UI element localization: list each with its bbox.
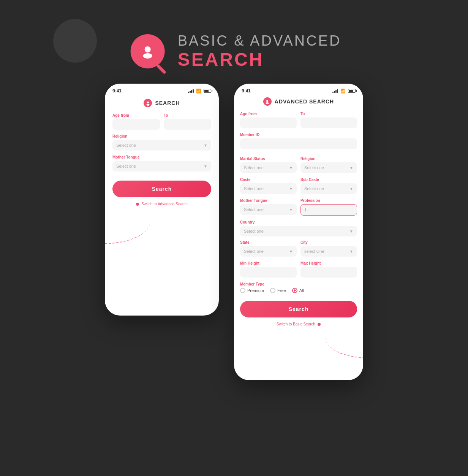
age-to-group: To <box>164 113 211 130</box>
profession-group: Profession <box>300 198 357 216</box>
member-id-input[interactable] <box>240 138 357 149</box>
signal-bars <box>188 89 194 93</box>
radio-premium[interactable]: Premium <box>240 288 264 293</box>
rbar3 <box>335 90 337 93</box>
radio-premium-label: Premium <box>247 288 264 293</box>
phones-container: 9:41 📶 <box>105 84 363 380</box>
adv-religion-group: Religion Select one ▼ <box>300 157 357 173</box>
max-height-group: Max Height <box>300 261 357 278</box>
sub-caste-label: Sub Caste <box>300 178 357 182</box>
bar3 <box>191 90 192 93</box>
wifi-icon-r: 📶 <box>340 89 346 94</box>
battery-fill <box>204 90 209 92</box>
radio-circle-premium <box>240 288 245 293</box>
profession-input[interactable] <box>300 204 357 216</box>
svg-point-1 <box>143 53 152 59</box>
search-handle-icon <box>156 64 166 75</box>
radio-all[interactable]: All <box>292 288 304 293</box>
state-chevron: ▼ <box>289 249 293 254</box>
state-value: Select one <box>244 249 264 254</box>
adv-mt-chevron: ▼ <box>289 208 293 212</box>
religion-select-value: Select one <box>116 143 136 148</box>
marital-status-group: Marital Status Select one ▼ <box>240 157 297 173</box>
canvas: BASIC & ADVANCED SEARCH 9:41 📶 <box>0 0 468 476</box>
status-icons-left: 📶 <box>188 89 211 94</box>
header-title-bottom: SEARCH <box>178 49 342 70</box>
advanced-search-button[interactable]: Search <box>240 301 357 317</box>
radio-free[interactable]: Free <box>270 288 286 293</box>
country-group: Country Select one ▼ <box>240 220 357 236</box>
mother-tongue-label: Mother Tongue <box>112 155 211 159</box>
age-to-input[interactable] <box>164 119 211 130</box>
min-height-input[interactable] <box>240 267 297 278</box>
time-right: 9:41 <box>242 88 251 94</box>
adv-religion-select[interactable]: Select one ▼ <box>300 162 357 173</box>
sub-caste-select[interactable]: Select one ▼ <box>300 183 357 194</box>
advanced-search-content: ADVANCED SEARCH Age from To Member ID <box>234 96 363 331</box>
bar2 <box>190 91 191 93</box>
header-title-top: BASIC & ADVANCED <box>178 33 342 49</box>
adv-mother-tongue-value: Select one <box>244 207 264 212</box>
country-label: Country <box>240 220 357 224</box>
svg-point-4 <box>266 100 268 102</box>
basic-search-content: SEARCH Age from To Religion <box>105 96 219 212</box>
marital-status-select[interactable]: Select one ▼ <box>240 162 297 173</box>
religion-select[interactable]: Select one ▼ <box>112 140 211 151</box>
battery-icon <box>204 89 211 93</box>
country-select[interactable]: Select one ▼ <box>240 226 357 236</box>
svg-point-0 <box>145 46 151 52</box>
radio-circle-all <box>292 288 297 293</box>
header-area: BASIC & ADVANCED SEARCH <box>127 30 342 72</box>
adv-mother-tongue-select[interactable]: Select one ▼ <box>240 204 297 215</box>
signal-bars-r <box>332 89 338 93</box>
bar4 <box>193 89 194 93</box>
mother-tongue-chevron: ▼ <box>204 164 207 168</box>
city-value: select One <box>304 249 324 254</box>
adv-age-to-input[interactable] <box>300 117 357 128</box>
adv-age-from-input[interactable] <box>240 117 297 128</box>
advanced-search-title: ADVANCED SEARCH <box>240 97 357 106</box>
basic-search-phone: 9:41 📶 <box>105 84 219 316</box>
advanced-search-phone: 9:41 📶 <box>234 84 363 380</box>
sub-caste-group: Sub Caste Select one ▼ <box>300 178 357 194</box>
adv-religion-chevron: ▼ <box>349 166 353 170</box>
battery-icon-r <box>348 89 356 93</box>
mother-tongue-select-value: Select one <box>116 164 136 168</box>
age-from-label: Age from <box>112 113 160 117</box>
user-icon-right <box>263 97 272 106</box>
country-value: Select one <box>244 229 264 233</box>
religion-group: Religion Select one ▼ <box>112 134 211 151</box>
mother-tongue-select[interactable]: Select one ▼ <box>112 161 211 171</box>
max-height-input[interactable] <box>300 267 357 278</box>
city-group: City select One ▼ <box>300 240 357 257</box>
caste-label: Caste <box>240 178 297 182</box>
adv-religion-label: Religion <box>300 157 357 161</box>
caste-group: Caste Select one ▼ <box>240 178 297 194</box>
basic-search-button[interactable]: Search <box>112 181 211 197</box>
min-height-label: Min Height <box>240 261 297 265</box>
age-from-input[interactable] <box>112 119 160 130</box>
marital-religion-row: Marital Status Select one ▼ Religion Sel… <box>240 157 357 173</box>
caste-chevron: ▼ <box>289 187 293 191</box>
battery-fill-r <box>349 90 353 92</box>
state-group: State Select one ▼ <box>240 240 297 257</box>
state-city-row: State Select one ▼ City select One ▼ <box>240 240 357 257</box>
adv-age-row: Age from To <box>240 112 357 128</box>
radio-free-label: Free <box>277 288 286 293</box>
caste-select[interactable]: Select one ▼ <box>240 183 297 194</box>
mother-tongue-group: Mother Tongue Select one ▼ <box>112 155 211 171</box>
religion-label: Religion <box>112 134 211 138</box>
caste-row: Caste Select one ▼ Sub Caste Select one … <box>240 178 357 194</box>
decorative-circle <box>53 19 97 63</box>
state-select[interactable]: Select one ▼ <box>240 246 297 257</box>
radio-circle-free <box>270 288 275 293</box>
member-id-group: Member ID <box>240 133 357 153</box>
member-type-label: Member Type <box>240 282 357 286</box>
adv-mother-tongue-group: Mother Tongue Select one ▼ <box>240 198 297 216</box>
bar1 <box>188 92 189 93</box>
switch-to-advanced-text: Switch to Advanced Search <box>141 202 188 206</box>
age-to-label: To <box>164 113 211 117</box>
status-bar-left: 9:41 📶 <box>105 84 219 96</box>
age-from-group: Age from <box>112 113 160 130</box>
city-select[interactable]: select One ▼ <box>300 246 357 257</box>
